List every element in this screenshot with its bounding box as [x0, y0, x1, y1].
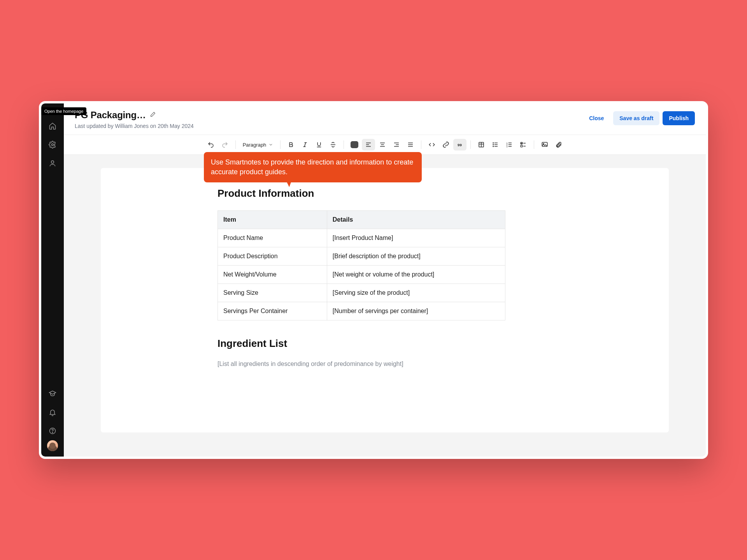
app-window: Open the homepage PG Packaging… — [39, 101, 708, 459]
table-cell-details[interactable]: [Number of servings per container] — [327, 302, 505, 320]
header-actions: Close Save as draft Publish — [583, 110, 695, 125]
svg-point-27 — [493, 146, 494, 147]
table-cell-details[interactable]: [Net weight or volume of the product] — [327, 266, 505, 284]
heading-product-information: Product Information — [217, 187, 505, 200]
table-cell-item[interactable]: Product Description — [218, 247, 327, 266]
text-color-icon[interactable] — [348, 139, 361, 150]
bullet-list-icon[interactable] — [489, 139, 502, 150]
svg-point-26 — [493, 144, 494, 145]
editor-toolbar: Paragraph 99 — [64, 135, 706, 155]
page-header: PG Packaging… Last updated by William Jo… — [64, 103, 706, 135]
svg-point-0 — [52, 144, 54, 146]
home-icon[interactable] — [45, 118, 60, 134]
user-icon[interactable] — [45, 156, 60, 171]
help-icon[interactable] — [45, 423, 60, 439]
underline-icon[interactable] — [312, 139, 326, 150]
bell-icon[interactable] — [45, 404, 60, 420]
avatar[interactable] — [47, 440, 58, 451]
table-row[interactable]: Product Description [Brief description o… — [218, 247, 505, 266]
ingredient-placeholder[interactable]: [List all ingredients in descending orde… — [217, 360, 505, 368]
strikethrough-icon[interactable] — [326, 139, 340, 150]
svg-rect-39 — [521, 145, 523, 147]
code-icon[interactable] — [425, 139, 438, 150]
table-row[interactable]: Serving Size [Serving size of the produc… — [218, 284, 505, 302]
main-area: PG Packaging… Last updated by William Jo… — [64, 103, 706, 457]
table-header-item: Item — [218, 211, 327, 229]
attachment-icon[interactable] — [552, 139, 565, 150]
table-header-details: Details — [327, 211, 505, 229]
redo-icon[interactable] — [218, 139, 231, 150]
heading-ingredient-list: Ingredient List — [217, 338, 505, 350]
table-cell-details[interactable]: [Serving size of the product] — [327, 284, 505, 302]
publish-button[interactable]: Publish — [663, 111, 695, 125]
table-cell-item[interactable]: Servings Per Container — [218, 302, 327, 320]
link-icon[interactable] — [439, 139, 452, 150]
settings-icon[interactable] — [45, 137, 60, 152]
product-info-table[interactable]: Item Details Product Name [Insert Produc… — [217, 210, 505, 320]
table-cell-details[interactable]: [Insert Product Name] — [327, 229, 505, 247]
svg-point-3 — [52, 432, 53, 433]
table-row[interactable]: Product Name [Insert Product Name] — [218, 229, 505, 247]
align-center-icon[interactable] — [376, 139, 389, 150]
sidebar: Open the homepage — [41, 103, 64, 457]
align-right-icon[interactable] — [390, 139, 403, 150]
align-justify-icon[interactable] — [404, 139, 417, 150]
svg-line-6 — [305, 143, 306, 147]
paragraph-style-label: Paragraph — [243, 142, 267, 148]
table-cell-details[interactable]: [Brief description of the product] — [327, 247, 505, 266]
image-icon[interactable] — [538, 139, 551, 150]
page-subtitle: Last updated by William Jones on 20th Ma… — [75, 123, 583, 129]
edit-title-icon[interactable] — [150, 111, 156, 119]
save-draft-button[interactable]: Save as draft — [613, 111, 659, 125]
svg-point-1 — [51, 161, 54, 163]
table-cell-item[interactable]: Net Weight/Volume — [218, 266, 327, 284]
numbered-list-icon[interactable]: 123 — [503, 139, 516, 150]
align-left-icon[interactable] — [362, 139, 375, 150]
table-row[interactable]: Servings Per Container [Number of servin… — [218, 302, 505, 320]
close-button[interactable]: Close — [583, 111, 610, 125]
table-icon[interactable] — [475, 139, 488, 150]
paragraph-style-select[interactable]: Paragraph — [240, 140, 277, 149]
smartnotes-callout: Use Smartnotes to provide the direction … — [204, 152, 422, 182]
editor-scroll-area[interactable]: Product Information Item Details Product… — [64, 155, 706, 457]
graduation-cap-icon[interactable] — [45, 386, 60, 401]
table-row[interactable]: Net Weight/Volume [Net weight or volume … — [218, 266, 505, 284]
table-cell-item[interactable]: Product Name — [218, 229, 327, 247]
svg-text:3: 3 — [507, 145, 508, 148]
table-cell-item[interactable]: Serving Size — [218, 284, 327, 302]
undo-icon[interactable] — [204, 139, 217, 150]
document-canvas[interactable]: Product Information Item Details Product… — [101, 168, 669, 432]
blockquote-icon[interactable]: 99 — [453, 139, 466, 150]
checklist-icon[interactable] — [517, 139, 530, 150]
table-header-row: Item Details — [218, 211, 505, 229]
italic-icon[interactable] — [298, 139, 312, 150]
svg-point-25 — [493, 143, 494, 144]
svg-text:99: 99 — [458, 143, 462, 147]
homepage-tooltip: Open the homepage — [41, 107, 86, 115]
bold-icon[interactable] — [284, 139, 298, 150]
